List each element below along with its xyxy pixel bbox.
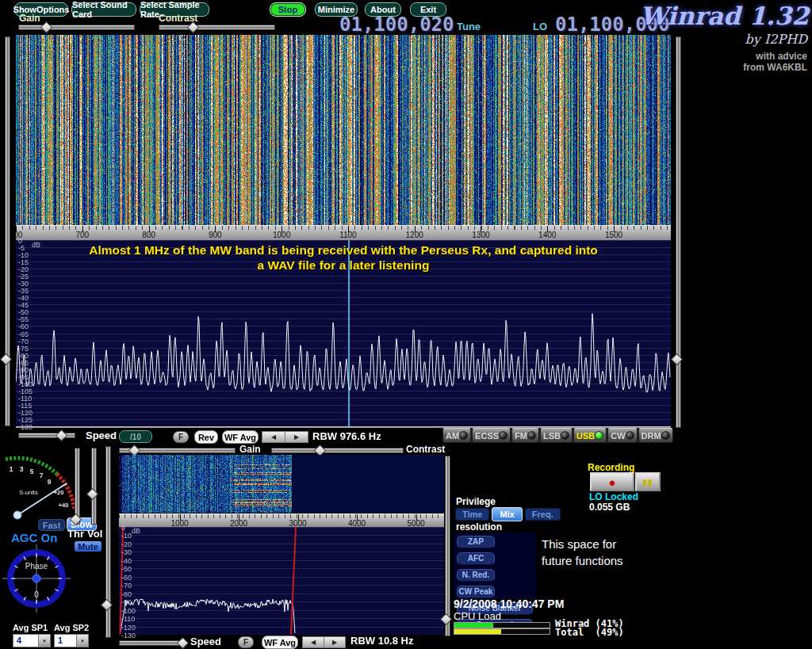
avg-sp2-dropdown[interactable]: 1 ▼ (54, 634, 89, 647)
sub-f-button[interactable]: F (238, 636, 254, 648)
tune-frequency-display[interactable]: 01,100,020 (339, 13, 454, 36)
stop-button[interactable]: Stop (270, 2, 306, 17)
mode-button-lsb[interactable]: LSB (540, 428, 573, 443)
main-arrow-left-button[interactable]: ◀ (262, 431, 285, 443)
mode-label: FM (515, 431, 527, 441)
speed-div10-button[interactable]: /10 (119, 430, 152, 443)
sub-spectrum[interactable] (119, 527, 444, 635)
volume-label: Vol (87, 528, 102, 540)
lo-locked-status: LO Locked (589, 491, 638, 502)
advice-line1: with advice (743, 51, 807, 62)
mode-led-icon (527, 431, 536, 440)
sub-waterfall[interactable] (119, 455, 444, 513)
file-size-readout: 0.055 GB (589, 502, 630, 513)
dsp-button-cw-peak[interactable]: CW Peak (457, 586, 495, 598)
cpu-bar-total-fill (454, 629, 501, 634)
privilege-title: Privilege (456, 496, 496, 507)
mode-led-icon (499, 431, 508, 440)
main-rbw-readout: RBW 976.6 Hz (312, 430, 381, 442)
mode-button-drm[interactable]: DRM (638, 428, 673, 443)
mode-led-icon (459, 431, 468, 440)
select-sound-card-button[interactable]: Select Sound Card (71, 2, 136, 17)
dsp-button-n--red-[interactable]: N. Red. (457, 569, 495, 582)
mode-label: ECSS (475, 431, 499, 441)
arrow-right-icon: ▶ (332, 639, 337, 646)
sub-arrow-right-button[interactable]: ▶ (324, 636, 346, 648)
winrad-window: ShowOptions Select Sound Card Select Sam… (0, 0, 812, 649)
ruler-label: 5000 (407, 519, 424, 527)
mode-button-ecss[interactable]: ECSS (472, 428, 511, 443)
sub-gain-label: Gain (239, 444, 261, 455)
main-arrow-right-button[interactable]: ▶ (285, 431, 308, 443)
mode-button-cw[interactable]: CW (607, 428, 637, 443)
main-left-slider[interactable] (5, 36, 10, 426)
ruler-label: 700 (75, 231, 89, 239)
sub-contrast-slider[interactable] (271, 448, 404, 453)
s-meter-tick-5: 5 (30, 468, 34, 475)
main-right-slider[interactable] (676, 36, 681, 428)
sub-speed-slider-thumb[interactable] (177, 637, 190, 649)
sub-db-unit: dB (132, 527, 140, 535)
sub-arrow-left-button[interactable]: ◀ (302, 636, 324, 648)
sub-right-slider[interactable] (445, 456, 450, 636)
pause-icon: ▮▮ (642, 478, 653, 487)
sub-wf-avg-button[interactable]: WF Avg (262, 636, 298, 649)
sub-frequency-ruler[interactable]: 10002000300040005000 (119, 513, 444, 527)
privilege-button-freq[interactable]: Freq. (525, 508, 561, 521)
app-author: by I2PHD (745, 32, 807, 47)
mute-button[interactable]: Mute (75, 541, 102, 552)
main-speed-label: Speed (86, 429, 117, 441)
dsp-panel: ZAPAFCN. Red.CW PeakNoise BlankerDesprea… (454, 533, 536, 599)
main-f-button[interactable]: F (173, 431, 189, 443)
sub-spectrum-panel: 0-10-20-30-40-50-60-70-80-90-100-110-120… (119, 527, 444, 635)
main-gain-slider-thumb[interactable] (40, 21, 53, 34)
ruler-label: 1300 (472, 231, 489, 239)
app-title: Winrad 1.32 (640, 2, 809, 30)
dsp-button-afc[interactable]: AFC (457, 552, 495, 565)
phase-dial[interactable]: Phase 0 (2, 544, 71, 613)
pause-button[interactable]: ▮▮ (635, 472, 661, 491)
dropdown-arrow-icon[interactable]: ▼ (76, 635, 88, 647)
privilege-button-mix[interactable]: Mix (492, 507, 522, 521)
future-note-line1: This space for (542, 536, 623, 552)
recording-title: Recording (588, 462, 634, 473)
threshold-label: Thr (67, 528, 84, 540)
main-frequency-ruler[interactable]: 600700800900100011001200130014001500 (16, 225, 671, 240)
main-gain-label: Gain (19, 13, 40, 24)
avg-sp1-label: Avg SP1 (13, 623, 48, 632)
ruler-label: 1000 (273, 231, 290, 239)
sub-contrast-label: Contrast (406, 444, 445, 455)
mode-button-fm[interactable]: FM (511, 428, 539, 443)
mode-button-am[interactable]: AM (442, 428, 471, 443)
annotation-line2: a WAV file for a later listening (16, 258, 671, 273)
cpu-bar-total (454, 628, 550, 635)
volume-slider[interactable] (91, 448, 97, 525)
lo-label: LO (533, 21, 547, 32)
main-contrast-slider[interactable] (159, 25, 275, 30)
main-wf-avg-button[interactable]: WF Avg (222, 430, 259, 444)
dsp-button-zap[interactable]: ZAP (457, 536, 495, 548)
record-button[interactable]: ● (590, 472, 634, 491)
annotation-line1: Almost 1 MHz of the MW band is being rec… (16, 243, 671, 258)
s-meter-tick-plus40: +40 (59, 502, 69, 509)
arrow-left-icon: ◀ (271, 433, 276, 441)
mode-button-usb[interactable]: USB (573, 428, 607, 443)
avg-sp1-dropdown[interactable]: 4 ▼ (13, 634, 51, 647)
cpu-bar-winrad-fill (454, 623, 493, 628)
agc-fast-button[interactable]: Fast (38, 519, 65, 531)
main-speed-slider-thumb[interactable] (56, 429, 68, 442)
arrow-left-icon: ◀ (311, 639, 316, 646)
future-note: This space for future functions (542, 536, 623, 569)
main-gain-slider[interactable] (18, 25, 135, 30)
main-waterfall[interactable] (16, 35, 671, 225)
ruler-label: 1000 (170, 519, 188, 527)
phase-zero-label: 0 (34, 590, 39, 599)
rev-button[interactable]: Rev (194, 430, 218, 444)
dropdown-arrow-icon[interactable]: ▼ (38, 635, 50, 647)
main-spectrum-panel: 0-5-10-15-20-25-30-35-40-45-50-55-60-65-… (16, 240, 671, 426)
privilege-button-time[interactable]: Time (455, 508, 489, 521)
s-meter-units-label: S-units (19, 489, 38, 496)
phase-center-dot (33, 575, 40, 582)
sub-speed-slider[interactable] (119, 640, 184, 646)
mode-label: USB (576, 431, 595, 441)
